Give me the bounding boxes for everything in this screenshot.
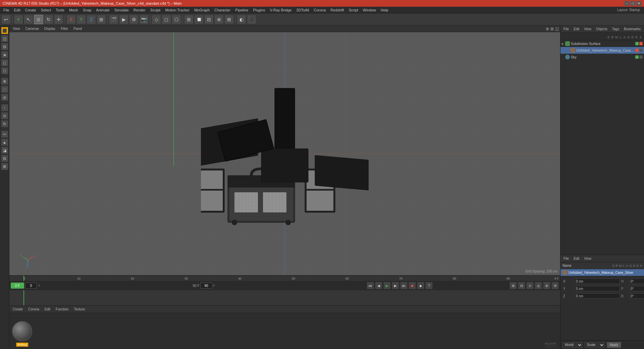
texture-mode-button[interactable]: ◫ [1,35,8,42]
obj-view-menu[interactable]: View [582,27,593,32]
edge-select-button[interactable]: ◻ [1,59,8,66]
menu-sculpt[interactable]: Sculpt [148,7,163,13]
knife-button[interactable]: ✂ [1,131,8,138]
menu-corona[interactable]: Corona [312,7,328,13]
vp-menu-display[interactable]: Display [42,26,57,31]
obj-row-sky[interactable]: Sky [560,54,644,60]
viewport-icon-1[interactable]: ⊕ [546,27,549,31]
vp-menu-cameras[interactable]: Cameras [23,26,41,31]
model-mode-button[interactable]: ⬛ [1,27,8,34]
play-mode-5[interactable]: ⊕ [543,282,550,289]
lasso-select-button[interactable]: ◎ [1,94,8,101]
render-button[interactable]: ▶ [119,15,128,24]
attr-y-pos-input[interactable] [575,286,620,291]
menu-select[interactable]: Select [39,7,53,13]
vertex-mode-button[interactable]: ◈ [1,51,8,58]
attr-edit-menu[interactable]: Edit [572,256,581,261]
viewport-area[interactable]: View Cameras Display Filter Panel ⊕ ⊞ ◫ … [9,26,560,275]
symmetry-button[interactable]: ⊞ [224,15,234,24]
close-button[interactable]: ✕ [637,1,641,6]
z-axis-button[interactable]: Z [87,15,96,24]
record-button[interactable]: ⏺ [409,282,416,289]
rotate-button[interactable]: ↻ [1,120,8,128]
play-mode-2[interactable]: ⊟ [518,282,525,289]
transform-mode-select[interactable]: Scale Move Rotate [585,342,605,348]
end-frame-input[interactable] [201,283,212,289]
menu-3dtoall[interactable]: 3DToAll [294,7,311,13]
rect-select-button[interactable]: ⬚ [1,86,8,93]
transform-tool-button[interactable]: ✛ [54,15,63,24]
obj-row-subdivision[interactable]: ▶ Subdivision Surface [560,40,644,47]
menu-mesh[interactable]: Mesh [67,7,80,13]
material-slot[interactable]: Rolling [12,321,32,341]
minimize-button[interactable]: – [625,1,629,6]
next-frame-button[interactable]: ▶ [392,282,399,289]
obj-tags-menu[interactable]: Tags [610,27,621,32]
menu-help[interactable]: Help [379,7,390,13]
vp-menu-filter[interactable]: Filter [59,26,70,31]
frame-input[interactable] [25,283,37,289]
move-button[interactable]: ↑ [1,104,8,111]
play-mode-3[interactable]: ⊙ [526,282,534,289]
bevel-button[interactable]: ◪ [1,147,8,154]
vp-menu-view[interactable]: View [11,26,22,31]
attr-file-menu[interactable]: File [562,256,571,261]
obj-edit-menu[interactable]: Edit [572,27,581,32]
menu-simulate[interactable]: Simulate [112,7,131,13]
poly-mode-button[interactable]: ⬡ [172,15,181,24]
mat-create-menu[interactable]: Create [11,307,25,312]
menu-window[interactable]: Window [361,7,378,13]
modeling-axis-button[interactable]: ⊕ [214,15,224,24]
play-button[interactable]: ▶ [383,282,391,289]
keyframe-settings-button[interactable]: ? [425,282,433,289]
attr-z-pos-input[interactable] [575,293,620,299]
vp-menu-panel[interactable]: Panel [71,26,84,31]
menu-redshift[interactable]: Redshift [328,7,346,13]
rotate-tool-button[interactable]: ↻ [44,15,53,24]
apply-button[interactable]: Apply [607,342,621,348]
menu-character[interactable]: Character [212,7,232,13]
x-axis-button[interactable]: X [66,15,76,24]
dissolve-button[interactable]: ⊞ [1,163,8,170]
render-region-button[interactable]: 🎬 [109,15,118,24]
play-mode-6[interactable]: ⚙ [551,282,559,289]
new-object-button[interactable]: + [14,15,23,24]
menu-create[interactable]: Create [23,7,38,13]
keyframe-button[interactable]: ◆ [417,282,424,289]
snap-button[interactable]: 🔲 [194,15,204,24]
viewport-icon-3[interactable]: ◫ [555,27,559,31]
play-mode-1[interactable]: ⊞ [509,282,517,289]
render-to-po-button[interactable]: 📷 [139,15,149,24]
paint-mode-button[interactable]: ⊟ [1,43,8,50]
coord-system-select[interactable]: World Object Camera [562,342,583,348]
go-to-end-button[interactable]: ⏭ [400,282,408,289]
all-axes-button[interactable]: ⊞ [97,15,106,24]
extrude-button[interactable]: ▲ [1,139,8,146]
workplane-button[interactable]: ⊟ [204,15,214,24]
menu-snap[interactable]: Snap [81,7,94,13]
menu-edit[interactable]: Edit [12,7,22,13]
viewport-canvas[interactable]: Perspective [9,32,560,275]
mat-edit-menu[interactable]: Edit [43,307,52,312]
menu-script[interactable]: Script [347,7,360,13]
poly-select-button[interactable]: ⬡ [1,67,8,74]
render-settings-button[interactable]: ⚙ [129,15,139,24]
move-tool-button[interactable]: ↖ [24,15,33,24]
maximize-button[interactable]: □ [631,1,635,6]
prev-frame-button[interactable]: ◀ [375,282,382,289]
menu-tools[interactable]: Tools [54,7,66,13]
live-select-button[interactable]: ⊕ [1,78,8,85]
floor-button[interactable]: ⬛ [247,15,256,24]
menu-motion-tracker[interactable]: Motion Tracker [163,7,192,13]
menu-vray-bridge[interactable]: V-Ray Bridge [268,7,294,13]
attr-h-input[interactable] [629,279,644,284]
menu-file[interactable]: File [1,7,11,13]
timeline-track[interactable] [9,290,560,305]
scale-button[interactable]: ⊙ [1,112,8,119]
attr-x-pos-input[interactable] [575,279,620,284]
undo-button[interactable]: ↩ [1,15,11,24]
obj-row-unfolded[interactable]: Unfolded_Yaheetech_Makeup_Case_Silver [560,47,644,54]
materials-button[interactable]: ◐ [237,15,246,24]
obj-objects-menu[interactable]: Objects [594,27,609,32]
scale-tool-button[interactable]: ⊙ [34,15,43,24]
